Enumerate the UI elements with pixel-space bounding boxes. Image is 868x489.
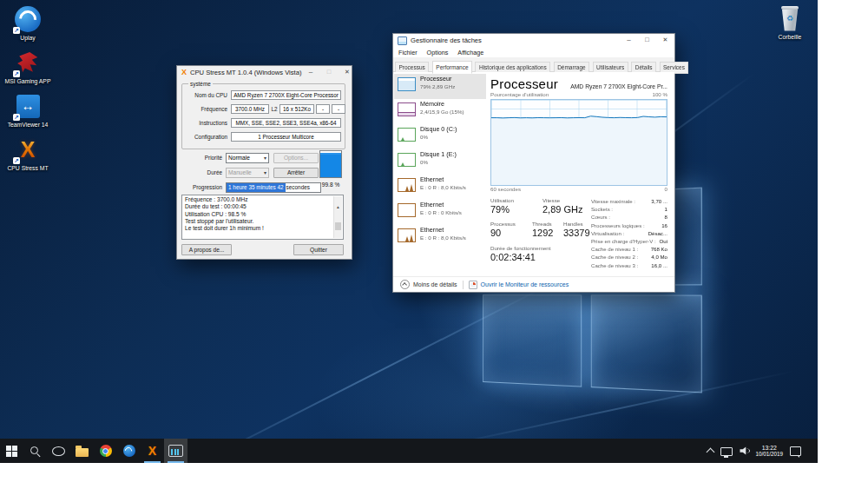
scroll-down-arrow-icon[interactable]: [334, 231, 342, 238]
stat-label: Utilisation: [490, 197, 514, 204]
cpu-stress-taskbar-button[interactable]: X: [141, 439, 164, 463]
shortcut-arrow-icon: [13, 70, 20, 77]
panel-heading: Processeur: [490, 76, 558, 91]
clock-time: 13:22: [755, 445, 783, 452]
sidebar-item-subtitle: 79% 2,89 GHz: [420, 83, 484, 90]
memory-mini-graph: [398, 102, 416, 116]
scrollbar-thumb[interactable]: [335, 222, 341, 230]
recycle-symbol-icon: ♻: [779, 14, 800, 23]
frequency-label: Fréquence: [186, 106, 229, 112]
stop-button[interactable]: Arrêter: [273, 168, 319, 178]
scroll-up-arrow-icon[interactable]: [334, 196, 342, 203]
task-view-button[interactable]: [47, 439, 70, 463]
cache-field-empty: -: [316, 104, 330, 114]
spec-row: Vitesse maximale : 3,70 ...: [591, 197, 667, 205]
menu-options[interactable]: Options: [427, 49, 449, 56]
menubar: Fichier Options Affichage: [393, 47, 674, 57]
recycle-bin-icon: ♻: [779, 6, 800, 31]
log-textarea[interactable]: Fréquence : 3700.0 MHz Durée du test : 0…: [181, 195, 344, 240]
sidebar-item-memory[interactable]: Mémoire 2,4/15,9 Go (15%): [394, 99, 486, 124]
close-button[interactable]: [656, 34, 674, 47]
log-scrollbar[interactable]: [333, 196, 342, 238]
spec-value: 16: [661, 221, 667, 229]
sidebar-item-ethernet-2[interactable]: Ethernet E : 0 R : 0 Kbits/s: [394, 200, 486, 225]
priority-value: Normale: [228, 154, 250, 162]
action-center-icon[interactable]: [790, 446, 801, 456]
maximize-button[interactable]: [638, 34, 656, 47]
configuration-field: 1 Processeur Multicore: [231, 132, 341, 142]
tab-performance[interactable]: Performance: [432, 61, 472, 74]
desktop-icon-label: MSI Gaming APP: [2, 78, 54, 85]
desktop-icon-msi-gaming-app[interactable]: MSI Gaming APP: [2, 49, 54, 85]
quit-button[interactable]: Quitter: [293, 244, 344, 255]
sidebar-item-subtitle: E : 0 R : 8,0 Kbits/s: [420, 235, 484, 241]
progress-bar[interactable]: 1 heure 35 minutes 42 secondes: [226, 182, 321, 193]
stat-value: 0:02:34:41: [490, 252, 550, 263]
desktop-icon-recycle-bin[interactable]: ♻ Corbeille: [764, 4, 816, 41]
tray-overflow-chevron-icon[interactable]: [707, 448, 715, 457]
cpu-name-label: Nom du CPU: [186, 92, 229, 98]
stat-label: Handles: [563, 221, 590, 228]
task-manager-taskbar-button[interactable]: [164, 439, 187, 463]
spec-label: Cache de niveau 3 :: [591, 261, 638, 269]
volume-icon[interactable]: [740, 446, 748, 455]
sidebar-item-subtitle: E : 0 R : 0 Kbits/s: [420, 209, 484, 216]
task-manager-window: Gestionnaire des tâches Fichier Options …: [392, 33, 675, 293]
windows-logo-pane: [483, 294, 582, 387]
stat-value: 2,89 GHz: [542, 204, 582, 215]
spec-row: Prise en charge d'Hyper-V : Oui: [591, 237, 667, 245]
desktop-icon-label: TeamViewer 14: [2, 122, 54, 129]
taskbar-search-button[interactable]: [23, 439, 47, 463]
menu-fichier[interactable]: Fichier: [398, 49, 418, 56]
cpu-load-gauge: [319, 150, 342, 178]
chart-ylabel-left: Pourcentage d'utilisation: [490, 91, 549, 98]
cpu-full-name: AMD Ryzen 7 2700X Eight-Core Pr...: [570, 83, 667, 89]
taskbar-clock[interactable]: 13:22 10/01/2019: [755, 445, 783, 458]
about-button[interactable]: A propos de...: [181, 244, 232, 255]
spec-label: Prise en charge d'Hyper-V :: [591, 237, 656, 245]
desktop-icon-uplay[interactable]: Uplay: [2, 5, 54, 42]
menu-affichage[interactable]: Affichage: [457, 49, 483, 56]
cpu-mini-graph: [398, 77, 416, 91]
desktop-icon-teamviewer[interactable]: TeamViewer 14: [2, 92, 54, 129]
minimize-button[interactable]: [301, 66, 319, 79]
desktop[interactable]: Uplay MSI Gaming APP TeamViewer 14 X CPU…: [0, 0, 818, 463]
uplay-taskbar-button[interactable]: [117, 439, 141, 463]
cpu-stress-titlebar[interactable]: X CPU Stress MT 1.0.4 (Windows Vista): [177, 66, 352, 79]
close-button[interactable]: [338, 66, 356, 79]
log-line: Durée du test : 00:00:45: [185, 203, 332, 210]
cpu-stress-window: X CPU Stress MT 1.0.4 (Windows Vista) sy…: [176, 65, 352, 260]
chrome-button[interactable]: [94, 439, 117, 463]
stat-handles: Handles 33379: [563, 221, 590, 239]
priority-dropdown[interactable]: Normale: [226, 153, 269, 163]
sidebar-item-disk1[interactable]: Disque 1 (E:) 0%: [394, 149, 486, 175]
stat-label: Threads: [532, 221, 553, 228]
spec-row: Sockets : 1: [591, 205, 667, 213]
chart-xlabel-left: 60 secondes: [490, 186, 521, 193]
task-manager-titlebar[interactable]: Gestionnaire des tâches: [393, 34, 674, 47]
minimize-button[interactable]: [620, 34, 638, 47]
spec-label: Processeurs logiques :: [591, 221, 645, 229]
sidebar-item-ethernet-3[interactable]: Ethernet E : 0 R : 8,0 Kbits/s: [394, 225, 486, 250]
l2-cache-field: 16 x 512Ko: [279, 104, 314, 114]
spec-label: Virtualisation :: [591, 229, 624, 237]
sidebar-item-cpu[interactable]: Processeur 79% 2,89 GHz: [394, 74, 486, 99]
file-explorer-button[interactable]: [70, 439, 94, 463]
cpu-stress-app-icon: X: [181, 69, 187, 76]
desktop-icon-cpu-stress[interactable]: X CPU Stress MT: [2, 135, 54, 172]
footer-divider: [463, 281, 464, 289]
spec-value: Oui: [660, 237, 667, 245]
cpu-usage-fill: [491, 116, 667, 185]
sidebar-item-ethernet-1[interactable]: Ethernet E : 0 R : 8,0 Kbits/s: [394, 175, 486, 200]
network-icon[interactable]: [720, 447, 733, 456]
resource-monitor-icon: [469, 281, 477, 289]
less-details-button[interactable]: Moins de détails: [413, 281, 457, 287]
sidebar-item-disk0[interactable]: Disque 0 (C:) 0%: [394, 124, 486, 149]
chrome-icon: [100, 445, 112, 457]
disk-mini-graph: [398, 153, 416, 167]
sidebar-item-title: Ethernet: [420, 202, 484, 209]
window-title: CPU Stress MT 1.0.4 (Windows Vista): [190, 69, 301, 76]
open-resource-monitor-link[interactable]: Ouvrir le Moniteur de ressources: [481, 281, 569, 287]
cpu-stress-x-icon: X: [148, 445, 156, 457]
start-button[interactable]: [0, 439, 23, 463]
